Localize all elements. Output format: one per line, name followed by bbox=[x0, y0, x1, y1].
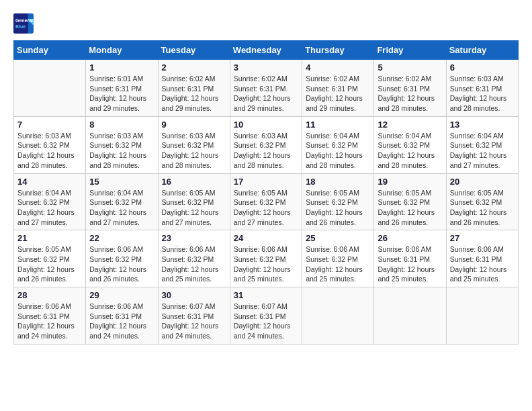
calendar-cell: 26Sunrise: 6:06 AM Sunset: 6:31 PM Dayli… bbox=[374, 230, 446, 287]
calendar-cell: 14Sunrise: 6:04 AM Sunset: 6:32 PM Dayli… bbox=[14, 173, 86, 230]
day-number: 10 bbox=[234, 120, 298, 130]
day-number: 11 bbox=[306, 120, 370, 130]
day-number: 4 bbox=[306, 62, 370, 73]
calendar-cell: 23Sunrise: 6:06 AM Sunset: 6:32 PM Dayli… bbox=[158, 230, 230, 287]
calendar-cell: 30Sunrise: 6:07 AM Sunset: 6:31 PM Dayli… bbox=[158, 287, 230, 345]
day-number: 1 bbox=[89, 62, 154, 73]
calendar-cell: 29Sunrise: 6:06 AM Sunset: 6:31 PM Dayli… bbox=[86, 287, 158, 345]
day-info: Sunrise: 6:01 AM Sunset: 6:31 PM Dayligh… bbox=[89, 74, 154, 113]
day-info: Sunrise: 6:07 AM Sunset: 6:31 PM Dayligh… bbox=[234, 302, 298, 341]
day-info: Sunrise: 6:05 AM Sunset: 6:32 PM Dayligh… bbox=[306, 188, 370, 228]
day-header-thursday: Thursday bbox=[302, 41, 374, 60]
day-number: 27 bbox=[450, 233, 515, 243]
calendar-cell bbox=[446, 287, 518, 345]
calendar-cell: 2Sunrise: 6:02 AM Sunset: 6:31 PM Daylig… bbox=[158, 60, 230, 117]
calendar-cell: 21Sunrise: 6:05 AM Sunset: 6:32 PM Dayli… bbox=[14, 230, 86, 287]
calendar-cell: 9Sunrise: 6:03 AM Sunset: 6:32 PM Daylig… bbox=[158, 116, 230, 173]
day-number: 15 bbox=[89, 177, 154, 187]
day-info: Sunrise: 6:05 AM Sunset: 6:32 PM Dayligh… bbox=[378, 188, 442, 228]
day-number: 26 bbox=[378, 233, 442, 243]
day-number: 17 bbox=[234, 177, 298, 187]
day-number: 8 bbox=[89, 120, 154, 130]
calendar-cell: 16Sunrise: 6:05 AM Sunset: 6:32 PM Dayli… bbox=[158, 173, 230, 230]
calendar-cell: 5Sunrise: 6:02 AM Sunset: 6:31 PM Daylig… bbox=[374, 60, 446, 117]
svg-text:Blue: Blue bbox=[15, 24, 26, 29]
calendar-cell: 31Sunrise: 6:07 AM Sunset: 6:31 PM Dayli… bbox=[230, 287, 302, 345]
day-number: 18 bbox=[306, 177, 370, 187]
day-header-wednesday: Wednesday bbox=[230, 41, 302, 60]
day-info: Sunrise: 6:06 AM Sunset: 6:32 PM Dayligh… bbox=[89, 244, 154, 284]
day-info: Sunrise: 6:02 AM Sunset: 6:31 PM Dayligh… bbox=[378, 74, 442, 113]
day-info: Sunrise: 6:02 AM Sunset: 6:31 PM Dayligh… bbox=[234, 74, 298, 113]
day-number: 7 bbox=[17, 120, 82, 130]
day-info: Sunrise: 6:06 AM Sunset: 6:32 PM Dayligh… bbox=[306, 244, 370, 284]
day-info: Sunrise: 6:03 AM Sunset: 6:31 PM Dayligh… bbox=[450, 74, 515, 113]
day-info: Sunrise: 6:05 AM Sunset: 6:32 PM Dayligh… bbox=[162, 188, 226, 228]
day-number: 20 bbox=[450, 177, 515, 187]
day-header-tuesday: Tuesday bbox=[158, 41, 230, 60]
calendar-cell: 24Sunrise: 6:06 AM Sunset: 6:32 PM Dayli… bbox=[230, 230, 302, 287]
day-number: 5 bbox=[378, 62, 442, 73]
calendar-cell: 6Sunrise: 6:03 AM Sunset: 6:31 PM Daylig… bbox=[446, 60, 518, 117]
day-number: 24 bbox=[234, 233, 298, 243]
calendar-cell: 17Sunrise: 6:05 AM Sunset: 6:32 PM Dayli… bbox=[230, 173, 302, 230]
logo-icon: General Blue bbox=[13, 13, 34, 34]
day-info: Sunrise: 6:04 AM Sunset: 6:32 PM Dayligh… bbox=[306, 131, 370, 171]
day-info: Sunrise: 6:05 AM Sunset: 6:32 PM Dayligh… bbox=[450, 188, 515, 228]
calendar-week-3: 14Sunrise: 6:04 AM Sunset: 6:32 PM Dayli… bbox=[14, 173, 519, 230]
day-info: Sunrise: 6:06 AM Sunset: 6:32 PM Dayligh… bbox=[234, 244, 298, 284]
calendar-week-2: 7Sunrise: 6:03 AM Sunset: 6:32 PM Daylig… bbox=[14, 116, 519, 173]
day-number: 28 bbox=[17, 290, 82, 300]
day-header-friday: Friday bbox=[374, 41, 446, 60]
day-number: 21 bbox=[17, 233, 82, 243]
day-info: Sunrise: 6:03 AM Sunset: 6:32 PM Dayligh… bbox=[89, 131, 154, 171]
calendar-cell: 20Sunrise: 6:05 AM Sunset: 6:32 PM Dayli… bbox=[446, 173, 518, 230]
calendar-cell: 19Sunrise: 6:05 AM Sunset: 6:32 PM Dayli… bbox=[374, 173, 446, 230]
calendar-cell bbox=[302, 287, 374, 345]
day-info: Sunrise: 6:04 AM Sunset: 6:32 PM Dayligh… bbox=[17, 188, 82, 228]
calendar-cell: 1Sunrise: 6:01 AM Sunset: 6:31 PM Daylig… bbox=[86, 60, 158, 117]
day-info: Sunrise: 6:06 AM Sunset: 6:31 PM Dayligh… bbox=[17, 302, 82, 341]
page-header: General Blue bbox=[13, 13, 519, 34]
day-info: Sunrise: 6:02 AM Sunset: 6:31 PM Dayligh… bbox=[162, 74, 226, 113]
day-number: 14 bbox=[17, 177, 82, 187]
day-info: Sunrise: 6:07 AM Sunset: 6:31 PM Dayligh… bbox=[162, 302, 226, 341]
day-number: 13 bbox=[450, 120, 515, 130]
calendar-cell: 28Sunrise: 6:06 AM Sunset: 6:31 PM Dayli… bbox=[14, 287, 86, 345]
calendar-cell: 8Sunrise: 6:03 AM Sunset: 6:32 PM Daylig… bbox=[86, 116, 158, 173]
day-info: Sunrise: 6:04 AM Sunset: 6:32 PM Dayligh… bbox=[450, 131, 515, 171]
day-number: 30 bbox=[162, 290, 226, 300]
day-info: Sunrise: 6:03 AM Sunset: 6:32 PM Dayligh… bbox=[234, 131, 298, 171]
day-info: Sunrise: 6:03 AM Sunset: 6:32 PM Dayligh… bbox=[162, 131, 226, 171]
calendar-table: SundayMondayTuesdayWednesdayThursdayFrid… bbox=[13, 40, 519, 345]
calendar-cell bbox=[14, 60, 86, 117]
day-info: Sunrise: 6:06 AM Sunset: 6:31 PM Dayligh… bbox=[378, 244, 442, 284]
day-info: Sunrise: 6:04 AM Sunset: 6:32 PM Dayligh… bbox=[89, 188, 154, 228]
day-header-sunday: Sunday bbox=[14, 41, 86, 60]
calendar-cell: 7Sunrise: 6:03 AM Sunset: 6:32 PM Daylig… bbox=[14, 116, 86, 173]
day-number: 12 bbox=[378, 120, 442, 130]
calendar-cell: 4Sunrise: 6:02 AM Sunset: 6:31 PM Daylig… bbox=[302, 60, 374, 117]
day-number: 29 bbox=[89, 290, 154, 300]
calendar-cell: 12Sunrise: 6:04 AM Sunset: 6:32 PM Dayli… bbox=[374, 116, 446, 173]
calendar-cell: 11Sunrise: 6:04 AM Sunset: 6:32 PM Dayli… bbox=[302, 116, 374, 173]
day-info: Sunrise: 6:04 AM Sunset: 6:32 PM Dayligh… bbox=[378, 131, 442, 171]
day-number: 31 bbox=[234, 290, 298, 300]
calendar-cell: 3Sunrise: 6:02 AM Sunset: 6:31 PM Daylig… bbox=[230, 60, 302, 117]
calendar-week-4: 21Sunrise: 6:05 AM Sunset: 6:32 PM Dayli… bbox=[14, 230, 519, 287]
svg-rect-2 bbox=[13, 13, 28, 34]
calendar-cell: 15Sunrise: 6:04 AM Sunset: 6:32 PM Dayli… bbox=[86, 173, 158, 230]
day-header-monday: Monday bbox=[86, 41, 158, 60]
day-info: Sunrise: 6:05 AM Sunset: 6:32 PM Dayligh… bbox=[17, 244, 82, 284]
logo: General Blue bbox=[13, 13, 36, 34]
calendar-cell: 27Sunrise: 6:06 AM Sunset: 6:31 PM Dayli… bbox=[446, 230, 518, 287]
calendar-week-5: 28Sunrise: 6:06 AM Sunset: 6:31 PM Dayli… bbox=[14, 287, 519, 345]
day-number: 23 bbox=[162, 233, 226, 243]
calendar-cell: 10Sunrise: 6:03 AM Sunset: 6:32 PM Dayli… bbox=[230, 116, 302, 173]
day-number: 16 bbox=[162, 177, 226, 187]
calendar-cell bbox=[374, 287, 446, 345]
day-number: 2 bbox=[162, 62, 226, 73]
day-number: 19 bbox=[378, 177, 442, 187]
day-number: 22 bbox=[89, 233, 154, 243]
day-info: Sunrise: 6:06 AM Sunset: 6:31 PM Dayligh… bbox=[450, 244, 515, 284]
